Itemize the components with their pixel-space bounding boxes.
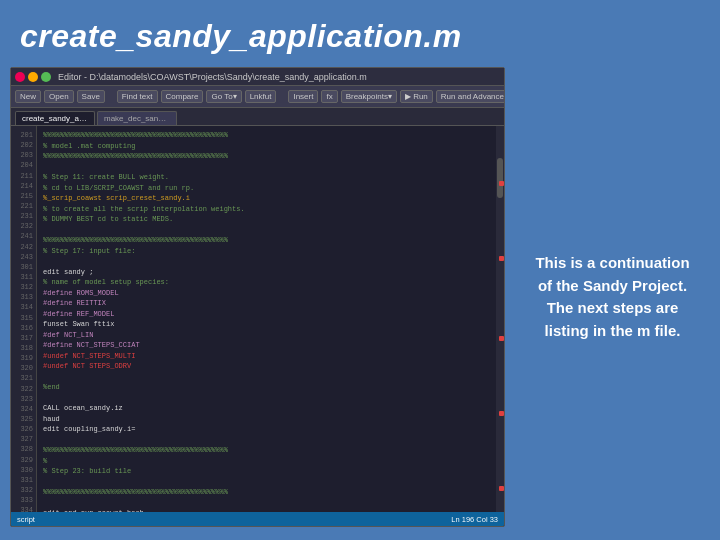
code-line: % to create all the scrip interpolation …	[43, 204, 490, 215]
code-line: %%%%%%%%%%%%%%%%%%%%%%%%%%%%%%%%%%%%%%%%…	[43, 235, 490, 246]
code-line: % cd to LIB/SCRIP_COAWST and run rp.	[43, 183, 490, 194]
code-area[interactable]: %%%%%%%%%%%%%%%%%%%%%%%%%%%%%%%%%%%%%%%%…	[37, 126, 496, 512]
code-line: #undef NCT STEPS_ODRV	[43, 361, 490, 372]
code-line: #define REF_MODEL	[43, 309, 490, 320]
code-line: #undef NCT_STEPS_MULTI	[43, 351, 490, 362]
toolbar-find-btn[interactable]: Find text	[117, 90, 158, 103]
description-box: This is a continuation of the Sandy Proj…	[525, 242, 700, 352]
code-line: #def NCT_LIN	[43, 330, 490, 341]
red-marker-1	[499, 181, 504, 186]
code-line: CALL ocean_sandy.iz	[43, 403, 490, 414]
toolbar-run-group: Insert fx Breakpoints▾ ▶ Run Run and Adv…	[288, 90, 505, 103]
editor-panel: Editor - D:\datamodels\COAWST\Projects\S…	[10, 67, 505, 527]
main-content: Editor - D:\datamodels\COAWST\Projects\S…	[0, 67, 720, 537]
code-line: #define ROMS_MODEL	[43, 288, 490, 299]
code-line: %%%%%%%%%%%%%%%%%%%%%%%%%%%%%%%%%%%%%%%%…	[43, 445, 490, 456]
code-line	[43, 477, 490, 488]
code-line: % Step 17: input file:	[43, 246, 490, 257]
toolbar-save-btn[interactable]: Save	[77, 90, 105, 103]
scrollbar-thumb[interactable]	[497, 158, 503, 198]
red-marker-5	[499, 486, 504, 491]
toolbar-new-btn[interactable]: New	[15, 90, 41, 103]
code-line	[43, 225, 490, 236]
page-title-bar: create_sandy_application.m	[0, 0, 720, 67]
code-line: #define NCT_STEPS_CCIAT	[43, 340, 490, 351]
code-line: %%%%%%%%%%%%%%%%%%%%%%%%%%%%%%%%%%%%%%%%…	[43, 130, 490, 141]
red-marker-3	[499, 336, 504, 341]
window-min-btn[interactable]	[28, 72, 38, 82]
code-line	[43, 393, 490, 404]
line-numbers: 201202203204 211214215221 231232241242 2…	[11, 126, 37, 512]
toolbar-run-advance-btn[interactable]: Run and Advance	[436, 90, 505, 103]
code-line	[43, 498, 490, 509]
editor-statusbar: script Ln 196 Col 33	[11, 512, 504, 526]
code-line: %%%%%%%%%%%%%%%%%%%%%%%%%%%%%%%%%%%%%%%%…	[43, 487, 490, 498]
toolbar-insert-btn[interactable]: Insert	[288, 90, 318, 103]
right-panel: This is a continuation of the Sandy Proj…	[515, 67, 710, 527]
code-line	[43, 435, 490, 446]
code-line: % model .mat computing	[43, 141, 490, 152]
code-line	[43, 256, 490, 267]
tab-create-sandy[interactable]: create_sandy_applic...	[15, 111, 95, 125]
code-line: %	[43, 456, 490, 467]
editor-toolbar: New Open Save Find text Compare Go To▾ L…	[11, 86, 504, 108]
page-title: create_sandy_application.m	[20, 18, 700, 55]
editor-title-text: Editor - D:\datamodels\COAWST\Projects\S…	[58, 72, 367, 82]
toolbar-compare-btn[interactable]: Compare	[161, 90, 204, 103]
toolbar-goto-btn[interactable]: Go To▾	[206, 90, 241, 103]
code-line: % name of model setup species:	[43, 277, 490, 288]
code-line: % Step 11: create BULL weight.	[43, 172, 490, 183]
toolbar-file-group: New Open Save	[15, 90, 105, 103]
toolbar-edit-group: Find text Compare Go To▾ Lnkfut	[117, 90, 277, 103]
red-marker-2	[499, 256, 504, 261]
code-line: % DUMMY BEST cd to static MEDS.	[43, 214, 490, 225]
status-position: Ln 196 Col 33	[451, 515, 498, 524]
window-max-btn[interactable]	[41, 72, 51, 82]
code-line: #define REITTIX	[43, 298, 490, 309]
code-line: edit sandy ;	[43, 267, 490, 278]
toolbar-open-btn[interactable]: Open	[44, 90, 74, 103]
status-mode: script	[17, 515, 35, 524]
code-line	[43, 372, 490, 383]
toolbar-lnkfut-btn[interactable]: Lnkfut	[245, 90, 277, 103]
code-line: % Step 23: build tile	[43, 466, 490, 477]
editor-body: 201202203204 211214215221 231232241242 2…	[11, 126, 504, 512]
window-close-btn[interactable]	[15, 72, 25, 82]
code-line: %end	[43, 382, 490, 393]
code-line: edit coupling_sandy.i=	[43, 424, 490, 435]
code-line: funset Swan fttix	[43, 319, 490, 330]
toolbar-breakpoints-btn[interactable]: Breakpoints▾	[341, 90, 397, 103]
code-line: %_scrip_coawst scrip_creset_sandy.i	[43, 193, 490, 204]
toolbar-fx-btn[interactable]: fx	[321, 90, 337, 103]
code-line: %%%%%%%%%%%%%%%%%%%%%%%%%%%%%%%%%%%%%%%%…	[43, 151, 490, 162]
toolbar-run-btn[interactable]: ▶ Run	[400, 90, 433, 103]
editor-titlebar: Editor - D:\datamodels\COAWST\Projects\S…	[11, 68, 504, 86]
code-line: haud	[43, 414, 490, 425]
editor-scrollbar[interactable]	[496, 126, 504, 512]
red-marker-4	[499, 411, 504, 416]
code-line	[43, 162, 490, 173]
editor-tabs: create_sandy_applic... make_dec_sandy_..…	[11, 108, 504, 126]
tab-make-dec[interactable]: make_dec_sandy_...	[97, 111, 177, 125]
